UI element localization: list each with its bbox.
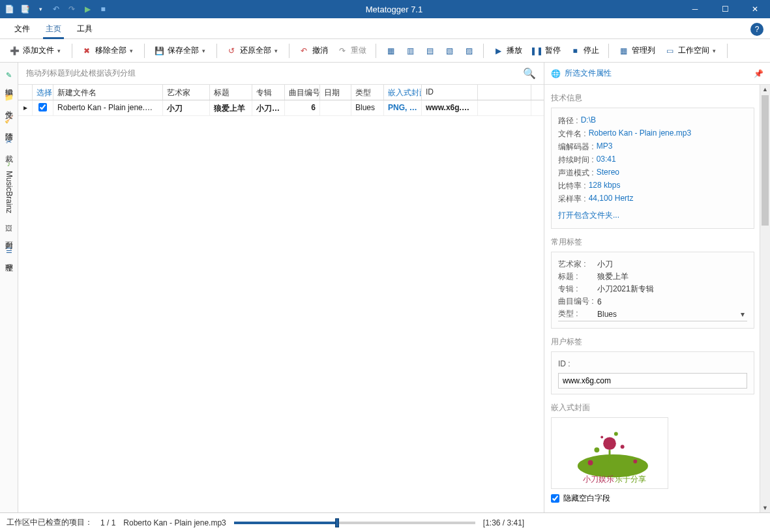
user-box: ID :: [551, 351, 754, 394]
status-label: 工作区中已检查的项目：: [7, 517, 93, 528]
cover-image[interactable]: 小刀娱乐 乐于分享: [551, 417, 668, 489]
layout-grid4-button[interactable]: ▧: [440, 43, 458, 59]
grid5-icon: ▨: [464, 46, 474, 56]
cell-date[interactable]: [320, 100, 351, 115]
layout-grid2-button[interactable]: ▥: [401, 43, 419, 59]
stop-icon: ■: [570, 46, 580, 56]
col-newname[interactable]: 新建文件名: [53, 85, 163, 100]
vtab-file[interactable]: 📁文件: [0, 87, 18, 110]
qat-undo-icon[interactable]: ↶: [51, 4, 61, 14]
pin-icon[interactable]: 📌: [754, 69, 763, 78]
genre-select[interactable]: 类型 :Blues: [558, 308, 747, 321]
undo-button[interactable]: ↶撤消: [295, 42, 332, 59]
col-date[interactable]: 日期: [320, 85, 351, 100]
cell-album[interactable]: 小刀2...: [252, 100, 285, 115]
svg-point-0: [578, 454, 648, 477]
vtab-musicbrainz[interactable]: ♪MusicBrainz: [0, 154, 18, 218]
layout-grid1-button[interactable]: ▦: [381, 43, 400, 59]
minimize-button[interactable]: ─: [680, 0, 710, 18]
section-tech-title: 技术信息: [551, 93, 754, 104]
tech-file[interactable]: Roberto Kan - Plain jene.mp3: [589, 128, 691, 140]
menu-home[interactable]: 主页: [38, 20, 69, 38]
cell-artist[interactable]: 小刀: [163, 100, 210, 115]
open-folder-link[interactable]: 打开包含文件夹...: [558, 210, 619, 221]
qat-icon2[interactable]: 📑: [20, 4, 30, 14]
pause-button[interactable]: ❚❚暂停: [527, 42, 565, 59]
col-select[interactable]: 选择: [33, 85, 53, 100]
qat-stop-icon[interactable]: ■: [98, 4, 108, 14]
common-title[interactable]: 狼爱上羊: [597, 271, 747, 282]
cell-id[interactable]: www.x6g.com: [422, 100, 478, 115]
common-album[interactable]: 小刀2021新专辑: [597, 284, 747, 295]
cell-cover[interactable]: PNG, 4...: [384, 100, 422, 115]
layout-grid5-button[interactable]: ▨: [460, 43, 478, 59]
add-file-button[interactable]: ➕添加文件▾: [5, 42, 67, 59]
layout-grid3-button[interactable]: ▤: [421, 43, 439, 59]
col-title[interactable]: 标题: [210, 85, 252, 100]
status-time: [1:36 / 3:41]: [483, 518, 524, 527]
svg-point-1: [603, 437, 616, 450]
cell-genre[interactable]: Blues: [351, 100, 384, 115]
user-id-input[interactable]: [558, 373, 747, 389]
grid3-icon: ▤: [424, 46, 435, 56]
cell-title[interactable]: 狼爱上羊: [210, 100, 252, 115]
svg-text:乐于分享: 乐于分享: [615, 475, 646, 483]
vtab-organize[interactable]: ☰整理: [0, 241, 18, 263]
remove-icon: ✖: [81, 46, 92, 56]
col-track[interactable]: 曲目编号: [285, 85, 320, 100]
row-select[interactable]: [33, 100, 53, 115]
menu-tools[interactable]: 工具: [69, 20, 100, 38]
playback-slider[interactable]: [234, 522, 475, 524]
play-icon: ▶: [493, 46, 503, 56]
redo-button: ↷重做: [333, 42, 370, 59]
vtab-cover[interactable]: 🖼封面: [0, 218, 18, 241]
table-row[interactable]: ▸ Roberto Kan - Plain jene.mp3 小刀 狼爱上羊 小…: [18, 100, 544, 116]
remove-all-button[interactable]: ✖移除全部▾: [78, 42, 139, 59]
qat-redo-icon[interactable]: ↷: [67, 4, 77, 14]
grid2-icon: ▥: [405, 46, 415, 56]
restore-all-button[interactable]: ↺还原全部▾: [222, 42, 284, 59]
cell-track[interactable]: 6: [285, 100, 320, 115]
qat-play-icon[interactable]: ▶: [82, 4, 93, 14]
pause-icon: ❚❚: [531, 46, 542, 56]
col-genre[interactable]: 类型: [351, 85, 384, 100]
cell-newname[interactable]: Roberto Kan - Plain jene.mp3: [53, 100, 163, 115]
common-track[interactable]: 6: [597, 297, 747, 306]
menu-file[interactable]: 文件: [7, 20, 38, 38]
tech-path[interactable]: D:\B: [581, 115, 596, 126]
col-cover[interactable]: 嵌入式封面: [384, 85, 422, 100]
status-count: 1 / 1: [100, 518, 115, 527]
play-button[interactable]: ▶播放: [489, 42, 526, 59]
restore-icon: ↺: [226, 46, 237, 56]
svg-point-4: [614, 432, 618, 436]
search-icon[interactable]: 🔍: [523, 67, 536, 80]
section-cover-title: 嵌入式封面: [551, 402, 754, 413]
status-file: Roberto Kan - Plain jene.mp3: [123, 518, 226, 527]
svg-point-3: [621, 445, 625, 449]
manage-cols-button[interactable]: ▦管理列: [614, 42, 659, 59]
qat-drop[interactable]: ▾: [35, 4, 46, 14]
common-artist[interactable]: 小刀: [597, 259, 747, 270]
vtab-crop[interactable]: ✂裁: [0, 132, 18, 154]
workspace-button[interactable]: ▭工作空间▾: [660, 42, 722, 59]
save-all-button[interactable]: 💾保存全部▾: [150, 42, 211, 59]
hide-empty-label: 隐藏空白字段: [563, 493, 610, 504]
col-artist[interactable]: 艺术家: [163, 85, 210, 100]
svg-point-6: [588, 460, 593, 466]
col-album[interactable]: 专辑: [252, 85, 285, 100]
hide-empty-checkbox[interactable]: [551, 494, 559, 503]
tech-box: 路径 :D:\B 文件名 :Roberto Kan - Plain jene.m…: [551, 108, 754, 229]
svg-text:小刀娱乐: 小刀娱乐: [583, 475, 614, 483]
svg-point-5: [600, 436, 603, 438]
col-id[interactable]: ID: [422, 85, 478, 100]
stop-button[interactable]: ■停止: [566, 42, 603, 59]
help-button[interactable]: ?: [750, 23, 763, 36]
row-marker: ▸: [18, 100, 33, 115]
vtab-edit[interactable]: ✎编辑: [0, 65, 18, 87]
close-button[interactable]: ✕: [740, 0, 770, 18]
maximize-button[interactable]: ☐: [710, 0, 740, 18]
qat-icon1[interactable]: 📄: [4, 4, 14, 14]
right-scrollbar[interactable]: ▲▼: [760, 85, 770, 512]
group-hint: 拖动列标题到此处根据该列分组: [26, 68, 136, 79]
vtab-clean[interactable]: 🧹清除: [0, 110, 18, 132]
